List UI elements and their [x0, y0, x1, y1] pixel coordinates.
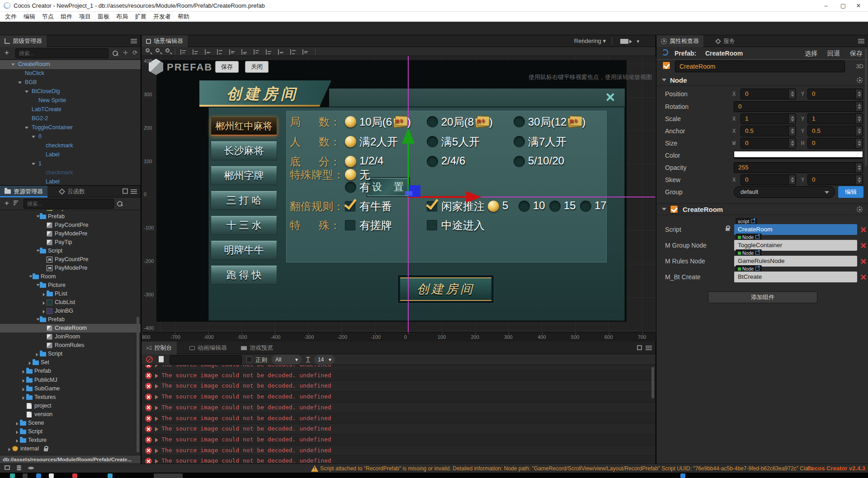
- expand-log-icon[interactable]: [155, 374, 158, 378]
- menu-item-文件[interactable]: 文件: [4, 13, 18, 21]
- console-log-row[interactable]: The source image could not be decoded. u…: [142, 403, 656, 413]
- tree-arrow-icon[interactable]: [16, 439, 19, 443]
- radio-10局(6[interactable]: [345, 116, 356, 127]
- asset-PayCountPre[interactable]: JSPayCountPre: [0, 255, 141, 264]
- locate-icon[interactable]: ✛: [123, 49, 128, 56]
- anchor-x-field[interactable]: 0.5: [741, 126, 796, 136]
- asset-PayCountPre[interactable]: PayCountPre: [0, 221, 141, 230]
- hierarchy-node-New Sprite[interactable]: New Sprite: [0, 96, 141, 105]
- add-asset-button[interactable]: +: [5, 199, 9, 208]
- radio-10[interactable]: [519, 201, 530, 212]
- tree-arrow-icon[interactable]: [43, 301, 45, 305]
- tree-arrow-icon[interactable]: [23, 379, 25, 383]
- clear-console-icon[interactable]: [146, 356, 153, 363]
- menu-item-节点[interactable]: 节点: [41, 13, 55, 21]
- menu-item-面板[interactable]: 面板: [96, 13, 111, 21]
- expand-log-icon[interactable]: [155, 459, 158, 464]
- skew-y-field[interactable]: 0: [807, 174, 863, 185]
- taskbar-app-icon[interactable]: [10, 473, 15, 478]
- refresh-tree-icon[interactable]: ⟳: [132, 49, 137, 56]
- hierarchy-search-input[interactable]: 搜索...: [15, 48, 108, 58]
- expand-log-icon[interactable]: [155, 365, 158, 367]
- panel-menu-icon[interactable]: [131, 39, 137, 43]
- tab-console[interactable]: >Ξ 控制台: [142, 342, 177, 354]
- console-scrollbar[interactable]: [651, 367, 654, 398]
- hierarchy-node-CreateRoom[interactable]: CreateRoom: [0, 60, 141, 69]
- tree-arrow-icon[interactable]: [36, 284, 40, 286]
- expand-log-icon[interactable]: [155, 417, 158, 421]
- hierarchy-node-1[interactable]: 1: [0, 159, 141, 169]
- menu-item-项目[interactable]: 项目: [78, 13, 92, 21]
- distribute-h-icon[interactable]: [253, 49, 260, 55]
- radio-1/2/4[interactable]: [345, 156, 356, 167]
- radio-无[interactable]: [345, 169, 356, 180]
- tree-arrow-icon[interactable]: [25, 91, 28, 93]
- asset-RoomRules[interactable]: RoomRules: [0, 341, 141, 350]
- align-middle-icon[interactable]: [192, 49, 199, 55]
- stepper-icon[interactable]: [788, 114, 795, 123]
- asset-project[interactable]: project: [0, 402, 141, 410]
- prefab-close-button[interactable]: 关闭: [245, 61, 269, 73]
- tree-arrow-icon[interactable]: [11, 64, 15, 66]
- taskbar-app-icon[interactable]: [36, 473, 41, 478]
- log-file-icon[interactable]: [159, 356, 164, 362]
- prefab-revert-button[interactable]: 回退: [827, 50, 840, 58]
- console-log-row[interactable]: The source image could not be decoded. u…: [142, 445, 656, 456]
- console-log-row[interactable]: The source image could not be decoded. u…: [142, 381, 656, 392]
- radio-2/4/6[interactable]: [427, 156, 438, 167]
- prefab-save-button[interactable]: 保存: [850, 50, 863, 58]
- menu-item-布局[interactable]: 布局: [115, 13, 129, 21]
- assets-scrollbar[interactable]: [137, 317, 139, 452]
- rotation-field[interactable]: 0: [734, 101, 863, 112]
- asset-CreateRoom[interactable]: CreateRoom: [0, 324, 141, 333]
- hierarchy-node-LabTCreate[interactable]: LabTCreate: [0, 105, 141, 114]
- tree-arrow-icon[interactable]: [23, 396, 25, 400]
- minimize-button[interactable]: –: [818, 0, 834, 11]
- hierarchy-node-Label[interactable]: Label: [0, 150, 141, 159]
- tree-arrow-icon[interactable]: [32, 136, 35, 138]
- radio-17[interactable]: [580, 201, 591, 212]
- asset-version[interactable]: version: [0, 410, 141, 419]
- asset-Script[interactable]: Script: [0, 247, 141, 255]
- console-search-input[interactable]: [170, 355, 242, 364]
- rendering-dropdown[interactable]: Rendering ▾: [574, 37, 606, 44]
- stepper-icon[interactable]: [855, 102, 862, 111]
- asset-internal[interactable]: internal: [0, 445, 141, 453]
- tree-arrow-icon[interactable]: [36, 250, 40, 252]
- add-component-button[interactable]: 添加组件: [708, 291, 817, 303]
- asset-SubGame[interactable]: SubGame: [0, 384, 141, 393]
- float-panel-icon[interactable]: [637, 345, 642, 350]
- taskbar-app-icon[interactable]: [108, 473, 113, 478]
- zoom-reset-icon[interactable]: □: [165, 48, 172, 55]
- stepper-icon[interactable]: [855, 163, 862, 172]
- menu-item-扩展[interactable]: 扩展: [133, 13, 148, 21]
- radio-30局(12[interactable]: [514, 116, 525, 127]
- scene-viewport[interactable]: 创建房间 设 置 创建房间 PREFAB 保存 关闭 使用鼠标右键平移视窗焦点，…: [142, 56, 656, 332]
- asset-ClubList[interactable]: ClubList: [0, 298, 141, 307]
- camera-dropdown-icon[interactable]: ▾: [637, 38, 639, 44]
- panel-menu-icon[interactable]: [131, 189, 137, 194]
- stepper-icon[interactable]: [788, 139, 795, 148]
- asset-Textures[interactable]: Textures: [0, 393, 141, 402]
- asset-Scene[interactable]: Scene: [0, 419, 141, 427]
- regex-checkbox[interactable]: [246, 356, 252, 362]
- prefab-save-button[interactable]: 保存: [215, 61, 239, 73]
- console-log-row[interactable]: The source image could not be decoded. u…: [142, 370, 656, 381]
- tab-inspector[interactable]: 属性检查器: [656, 35, 703, 47]
- distribute-v-icon[interactable]: [265, 49, 272, 55]
- close-button[interactable]: ✕: [851, 0, 866, 11]
- asset-JoinRoom[interactable]: JoinRoom: [0, 333, 141, 341]
- size-w-field[interactable]: 0: [741, 138, 796, 149]
- align-right-icon[interactable]: [241, 49, 248, 55]
- checkbox-有搓牌[interactable]: [345, 220, 355, 230]
- menu-item-编辑[interactable]: 编辑: [22, 13, 37, 21]
- skew-x-field[interactable]: 0: [741, 174, 796, 185]
- stepper-icon[interactable]: [855, 114, 862, 123]
- checkbox-中途进入[interactable]: [427, 220, 437, 230]
- asset-Prefab[interactable]: Prefab: [0, 212, 141, 221]
- tree-arrow-icon[interactable]: [36, 353, 38, 357]
- tree-arrow-icon[interactable]: [23, 370, 25, 374]
- tree-arrow-icon[interactable]: [29, 362, 31, 366]
- console-log-row[interactable]: The source image could not be decoded. u…: [142, 424, 656, 435]
- node-active-checkbox[interactable]: [662, 61, 670, 70]
